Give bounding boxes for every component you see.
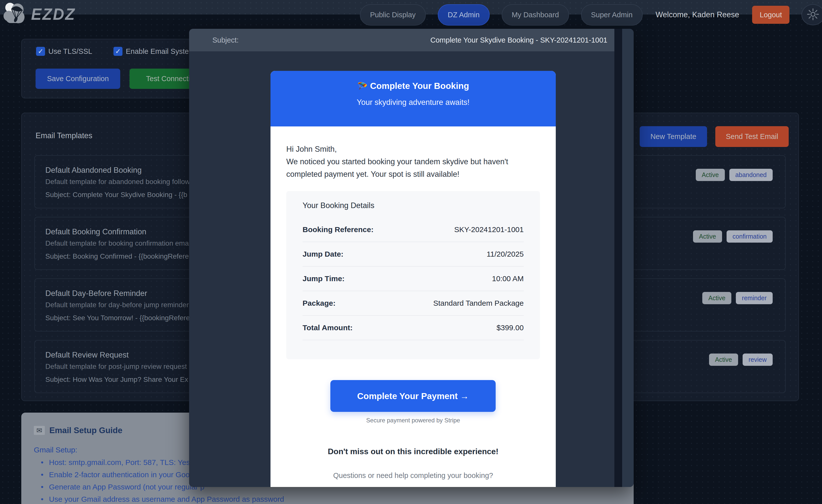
type-tag: review (743, 354, 773, 366)
detail-label: Jump Date: (303, 250, 343, 259)
tls-checkbox-group: ✓ Use TLS/SSL (36, 47, 92, 56)
check-icon: ✓ (115, 47, 121, 55)
detail-row-jump-date: Jump Date: 11/20/2025 (303, 242, 524, 267)
template-description: Default template for day-before jump rem… (45, 301, 189, 309)
enable-email-checkbox-label: Enable Email System (126, 47, 195, 56)
theme-toggle-button[interactable] (801, 4, 822, 25)
email-header-banner: 🪂Complete Your Booking Your skydiving ad… (271, 71, 556, 126)
parachute-icon: 🪂 (357, 81, 367, 91)
detail-value: 10:00 AM (492, 275, 524, 283)
ezdz-parachute-logo-icon (3, 1, 28, 27)
sun-icon (806, 8, 819, 22)
top-navigation: Public Display DZ Admin My Dashboard Sup… (360, 4, 813, 26)
email-intro-text: Hi John Smith, We noticed you started bo… (286, 143, 508, 180)
detail-value: SKY-20241201-1001 (454, 225, 524, 234)
brand-name: EZDZ (31, 5, 76, 24)
secure-payment-note: Secure payment powered by Stripe (271, 417, 556, 424)
nav-dz-admin[interactable]: DZ Admin (438, 4, 490, 26)
nav-my-dashboard[interactable]: My Dashboard (502, 4, 569, 26)
template-title: Default Day-Before Reminder (45, 289, 147, 298)
email-preview-modal: Subject: Complete Your Skydive Booking -… (189, 29, 634, 487)
template-description: Default template for abandoned booking f… (45, 178, 190, 186)
tls-checkbox[interactable]: ✓ (36, 47, 45, 56)
template-title: Default Booking Confirmation (45, 227, 146, 236)
dont-miss-text: Don't miss out on this incredible experi… (271, 447, 556, 456)
status-badge: Active (702, 292, 731, 304)
email-title-row: 🪂Complete Your Booking (271, 81, 556, 91)
detail-value: 11/20/2025 (487, 250, 524, 259)
tls-checkbox-label: Use TLS/SSL (48, 47, 92, 56)
detail-row-booking-reference: Booking Reference: SKY-20241201-1001 (303, 217, 524, 242)
gmail-setup-heading: Gmail Setup: (34, 446, 77, 454)
send-test-email-button[interactable]: Send Test Email (715, 126, 789, 147)
greeting-line: Hi John Smith, (286, 143, 508, 155)
nav-super-admin[interactable]: Super Admin (581, 4, 643, 26)
email-subtitle: Your skydiving adventure awaits! (271, 98, 556, 107)
booking-details-box: Your Booking Details Booking Reference: … (286, 191, 540, 359)
save-configuration-button[interactable]: Save Configuration (36, 69, 120, 89)
enable-email-checkbox-group: ✓ Enable Email System (113, 47, 195, 56)
template-title: Default Abandoned Booking (45, 166, 141, 175)
guide-bullet: Use your Gmail address as username and A… (41, 493, 284, 504)
modal-gutter (614, 29, 622, 487)
detail-row-total-amount: Total Amount: $399.00 (303, 316, 524, 340)
nav-public-display[interactable]: Public Display (360, 4, 426, 26)
type-tag: confirmation (727, 230, 773, 242)
status-badge: Active (709, 354, 738, 366)
detail-label: Total Amount: (303, 324, 353, 332)
complete-payment-button[interactable]: Complete Your Payment → (330, 380, 496, 412)
detail-label: Jump Time: (303, 275, 345, 283)
questions-text: Questions or need help completing your b… (271, 471, 556, 480)
email-title: Complete Your Booking (370, 81, 469, 91)
detail-row-package: Package: Standard Tandem Package (303, 291, 524, 316)
email-templates-heading: Email Templates (36, 131, 92, 140)
new-template-button[interactable]: New Template (640, 126, 707, 147)
type-tag: abandoned (729, 169, 773, 181)
template-subject: Subject: Booking Confirmed - {{bookingRe… (45, 253, 189, 261)
subject-bar: Subject: Complete Your Skydive Booking -… (189, 29, 614, 51)
detail-label: Package: (303, 299, 336, 308)
enable-email-checkbox[interactable]: ✓ (113, 47, 122, 56)
detail-value: Standard Tandem Package (433, 299, 524, 308)
template-subject: Subject: Complete Your Skydive Booking -… (45, 191, 187, 199)
modal-scrollbar[interactable] (622, 29, 634, 487)
logout-button[interactable]: Logout (752, 6, 789, 24)
template-subject: Subject: How Was Your Jump? Share Your E… (45, 376, 188, 384)
subject-label: Subject: (213, 36, 239, 44)
body-line: We noticed you started booking your tand… (286, 155, 508, 168)
detail-row-jump-time: Jump Time: 10:00 AM (303, 267, 524, 291)
email-body-card: 🪂Complete Your Booking Your skydiving ad… (271, 71, 556, 487)
envelope-icon: ✉ (34, 426, 45, 435)
template-subject: Subject: See You Tomorrow! - {{bookingRe… (45, 314, 190, 322)
type-tag: reminder (736, 292, 773, 304)
body-line: completed payment yet. Your spot is stil… (286, 168, 508, 180)
brand[interactable]: EZDZ (3, 1, 76, 27)
template-description: Default template for post-jump review re… (45, 363, 187, 371)
guide-title: Email Setup Guide (49, 426, 122, 435)
status-badge: Active (696, 169, 725, 181)
detail-label: Booking Reference: (303, 225, 373, 234)
welcome-text: Welcome, Kaden Reese (656, 10, 739, 19)
subject-value: Complete Your Skydive Booking - SKY-2024… (430, 36, 607, 44)
template-description: Default template for booking confirmatio… (45, 239, 189, 247)
template-title: Default Review Request (45, 351, 129, 360)
status-badge: Active (693, 230, 722, 242)
booking-details-heading: Your Booking Details (303, 201, 524, 210)
detail-value: $399.00 (497, 324, 524, 332)
app-root: EZDZ Public Display DZ Admin My Dashboar… (0, 0, 822, 504)
check-icon: ✓ (38, 47, 44, 55)
